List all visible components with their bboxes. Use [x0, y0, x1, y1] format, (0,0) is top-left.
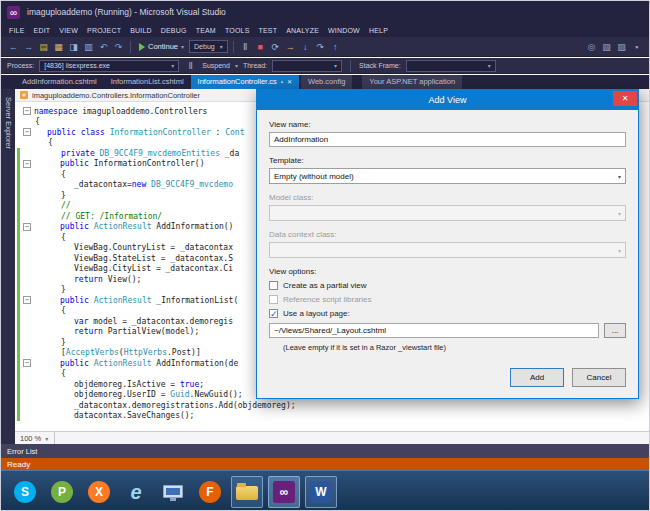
- new-file-icon[interactable]: ▤: [37, 38, 50, 56]
- step-over-icon[interactable]: ↷: [314, 38, 327, 56]
- menu-team[interactable]: TEAM: [196, 27, 216, 34]
- code-text: //: [35, 201, 71, 210]
- layout-page-checkbox[interactable]: ✓ Use a layout page:: [269, 309, 626, 318]
- browse-button[interactable]: ...: [604, 323, 626, 338]
- stop-icon[interactable]: ■: [254, 38, 267, 56]
- tab-web-config[interactable]: Web.config: [301, 75, 352, 89]
- tab-your-asp-net-application[interactable]: Your ASP.NET application: [362, 75, 462, 89]
- properties-icon[interactable]: ▨: [615, 38, 628, 56]
- tab-informationcontroller-cs[interactable]: InformationController.cs▪✕: [191, 75, 299, 89]
- code-token: HttpVerbs: [124, 348, 167, 357]
- back-icon[interactable]: ←: [7, 38, 20, 56]
- process-select[interactable]: [4836] iisexpress.exe ▾: [39, 60, 179, 72]
- code-text: }: [35, 191, 66, 200]
- view-name-input[interactable]: AddInformation: [269, 132, 626, 147]
- menu-project[interactable]: PROJECT: [87, 27, 121, 34]
- messenger-icon[interactable]: P: [46, 476, 78, 508]
- tab-label: Your ASP.NET application: [369, 75, 455, 89]
- tab-label: Web.config: [308, 75, 345, 89]
- visual-studio-icon[interactable]: ∞: [268, 476, 300, 508]
- stack-frame-select[interactable]: ▾: [406, 60, 496, 72]
- desktop-screen: ∞ imaguploaddemo (Running) - Microsoft V…: [0, 0, 650, 511]
- redo-icon[interactable]: ↷: [112, 38, 125, 56]
- change-tracking-bar: [17, 138, 20, 149]
- code-token: return: [74, 275, 108, 284]
- menu-help[interactable]: HELP: [369, 27, 388, 34]
- firefox-icon[interactable]: F: [194, 476, 226, 508]
- pin-icon[interactable]: ▪: [281, 75, 283, 89]
- step-into-icon[interactable]: ↓: [299, 38, 312, 56]
- menu-edit[interactable]: EDIT: [34, 27, 51, 34]
- error-list-panel[interactable]: Error List: [1, 444, 650, 458]
- code-text: }: [35, 338, 66, 347]
- server-explorer-tab[interactable]: Server Explorer: [4, 97, 13, 149]
- fold-spacer: [23, 212, 32, 221]
- tab-informationlist-cshtml[interactable]: InformationList.cshtml: [104, 75, 191, 89]
- thread-select[interactable]: ▾: [272, 60, 342, 72]
- tab-addinformation-cshtml[interactable]: AddInformation.cshtml: [15, 75, 104, 89]
- pause-icon[interactable]: Ⅱ: [184, 57, 197, 75]
- solution-explorer-icon[interactable]: ▧: [600, 38, 613, 56]
- internet-explorer-icon[interactable]: e: [120, 476, 152, 508]
- menu-debug[interactable]: DEBUG: [161, 27, 187, 34]
- menu-file[interactable]: FILE: [9, 27, 25, 34]
- fold-spacer: [23, 380, 32, 389]
- dialog-body: View name: AddInformation Template: Empt…: [257, 110, 638, 398]
- skype-icon[interactable]: S: [9, 476, 41, 508]
- zoom-select[interactable]: 100 % ▾: [15, 432, 55, 445]
- fold-collapse-icon[interactable]: −: [23, 296, 31, 304]
- layout-path-input[interactable]: ~/Views/Shared/_Layout.cshtml: [269, 323, 599, 338]
- restart-icon[interactable]: ⟳: [269, 38, 282, 56]
- dialog-title-bar: Add View ✕: [257, 90, 638, 110]
- fold-collapse-icon[interactable]: −: [23, 359, 31, 367]
- checkbox-checked-icon: ✓: [269, 309, 278, 318]
- forward-icon[interactable]: →: [22, 38, 35, 56]
- toolbar-left-icons: ←→▤▦◨▥↶↷: [7, 38, 125, 56]
- code-token: {: [61, 170, 66, 179]
- computer-icon[interactable]: [157, 476, 189, 508]
- fold-collapse-icon[interactable]: −: [23, 223, 31, 231]
- fold-spacer: [23, 317, 32, 326]
- dialog-close-button[interactable]: ✕: [613, 91, 637, 106]
- cancel-button[interactable]: Cancel: [572, 368, 626, 387]
- toolbar-separator: [350, 60, 351, 72]
- find-icon[interactable]: ◎: [585, 38, 598, 56]
- step-out-icon[interactable]: ↑: [329, 38, 342, 56]
- code-text: ViewBag.StateList = _datacontax.S: [35, 254, 233, 263]
- bookmark-icon[interactable]: ▪: [630, 38, 643, 56]
- tab-close-icon[interactable]: ✕: [287, 75, 292, 89]
- code-line: _datacontax.demoregistrations.Add(objdem…: [15, 400, 650, 411]
- code-text: public ActionResult AddInformation(de: [34, 359, 238, 368]
- show-next-statement-icon[interactable]: →: [284, 38, 297, 56]
- fold-collapse-icon[interactable]: −: [23, 160, 31, 168]
- add-button[interactable]: Add: [510, 368, 564, 387]
- menu-build[interactable]: BUILD: [130, 27, 152, 34]
- process-value: [4836] iisexpress.exe: [44, 62, 110, 69]
- xampp-icon[interactable]: X: [83, 476, 115, 508]
- folder-icon[interactable]: [231, 476, 263, 508]
- chevron-down-icon: ▾: [171, 62, 174, 69]
- debug-target-value: Debug: [194, 43, 215, 50]
- partial-view-checkbox[interactable]: Create as a partial view: [269, 281, 626, 290]
- fold-spacer: [23, 170, 32, 179]
- template-select[interactable]: Empty (without model) ▾: [269, 168, 626, 184]
- data-context-select: ▾: [269, 242, 626, 258]
- menu-test[interactable]: TEST: [259, 27, 278, 34]
- code-token: .NewGuid();: [190, 390, 243, 399]
- debug-target-select[interactable]: Debug ▾: [189, 40, 228, 53]
- open-file-icon[interactable]: ▦: [52, 38, 65, 56]
- suspend-label[interactable]: Suspend: [202, 62, 230, 69]
- save-icon[interactable]: ◨: [67, 38, 80, 56]
- fold-collapse-icon[interactable]: −: [23, 107, 31, 115]
- break-all-icon[interactable]: Ⅱ: [239, 38, 252, 56]
- menu-tools[interactable]: TOOLS: [225, 27, 250, 34]
- menu-window[interactable]: WINDOW: [328, 27, 360, 34]
- word-icon[interactable]: W: [305, 476, 337, 508]
- menu-view[interactable]: VIEW: [59, 27, 78, 34]
- save-all-icon[interactable]: ▥: [82, 38, 95, 56]
- change-tracking-bar: [17, 274, 20, 285]
- undo-icon[interactable]: ↶: [97, 38, 110, 56]
- menu-analyze[interactable]: ANALYZE: [286, 27, 319, 34]
- continue-button[interactable]: Continue ▾: [136, 42, 187, 51]
- fold-collapse-icon[interactable]: −: [23, 128, 31, 136]
